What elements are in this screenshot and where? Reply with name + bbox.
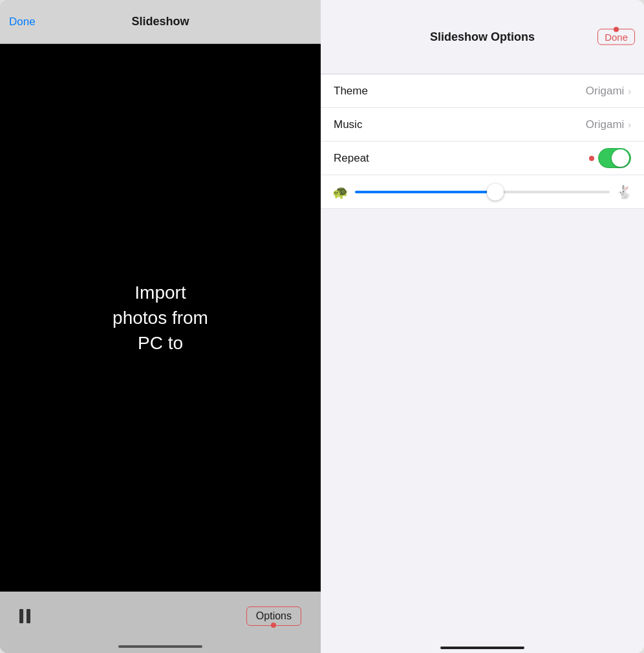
slideshow-content: Importphotos fromPC to bbox=[0, 44, 321, 592]
right-header: Slideshow Options Done bbox=[321, 0, 644, 74]
music-row[interactable]: Music Origami › bbox=[321, 108, 644, 142]
repeat-toggle-wrapper bbox=[589, 148, 631, 168]
home-indicator-right bbox=[321, 634, 644, 653]
speed-slider-fill bbox=[355, 191, 495, 193]
options-list: Theme Origami › Music Origami › Repeat bbox=[321, 74, 644, 209]
speed-slider-track[interactable] bbox=[355, 191, 610, 193]
left-footer-wrapper: Options bbox=[0, 592, 321, 653]
right-title: Slideshow Options bbox=[430, 30, 535, 44]
repeat-toggle-dot bbox=[589, 156, 594, 161]
left-done-button[interactable]: Done bbox=[9, 16, 36, 28]
right-body bbox=[321, 209, 644, 634]
music-label: Music bbox=[334, 118, 362, 131]
pause-bar-left bbox=[19, 609, 23, 623]
music-value: Origami bbox=[586, 118, 625, 131]
repeat-label: Repeat bbox=[334, 152, 369, 165]
toggle-thumb bbox=[612, 149, 629, 167]
left-title: Slideshow bbox=[131, 15, 189, 28]
home-indicator-left bbox=[118, 645, 202, 648]
pause-bar-right bbox=[27, 609, 30, 623]
options-button[interactable]: Options bbox=[246, 606, 301, 626]
theme-value-row: Origami › bbox=[586, 85, 631, 98]
repeat-row: Repeat bbox=[321, 142, 644, 175]
theme-chevron-icon: › bbox=[628, 86, 631, 96]
repeat-toggle[interactable] bbox=[598, 148, 631, 168]
pause-button[interactable] bbox=[19, 609, 30, 623]
left-header: Done Slideshow bbox=[0, 0, 321, 44]
speed-slider-row: 🐢 🐇 bbox=[321, 175, 644, 209]
theme-value: Origami bbox=[586, 85, 625, 98]
left-footer: Options bbox=[0, 592, 321, 653]
theme-row[interactable]: Theme Origami › bbox=[321, 74, 644, 108]
fast-speed-icon: 🐇 bbox=[616, 184, 632, 200]
slow-speed-icon: 🐢 bbox=[332, 184, 349, 200]
pause-icon bbox=[19, 609, 30, 623]
music-value-row: Origami › bbox=[586, 118, 631, 131]
home-bar-right-bar bbox=[440, 647, 524, 649]
left-panel: Done Slideshow Importphotos fromPC to Op… bbox=[0, 0, 321, 653]
music-chevron-icon: › bbox=[628, 120, 631, 130]
right-done-button[interactable]: Done bbox=[597, 29, 635, 45]
import-message: Importphotos fromPC to bbox=[113, 280, 208, 356]
theme-label: Theme bbox=[334, 85, 368, 98]
speed-slider-thumb[interactable] bbox=[487, 184, 504, 200]
right-panel: Slideshow Options Done Theme Origami › M… bbox=[321, 0, 644, 653]
